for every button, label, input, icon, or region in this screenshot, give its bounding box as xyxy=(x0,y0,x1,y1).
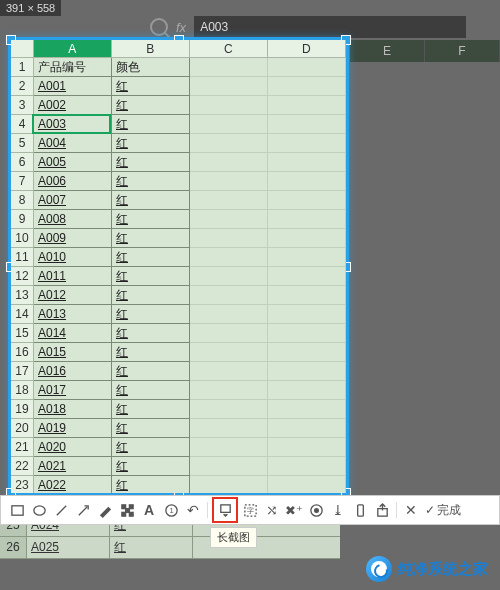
row-header[interactable]: 17 xyxy=(11,362,34,381)
row-header[interactable]: 16 xyxy=(11,343,34,362)
cell[interactable]: 红 xyxy=(112,96,190,115)
cell[interactable] xyxy=(268,77,346,96)
cell[interactable] xyxy=(190,362,268,381)
cell[interactable] xyxy=(190,229,268,248)
formula-input[interactable] xyxy=(194,16,466,38)
record-tool[interactable] xyxy=(306,500,326,520)
cell[interactable] xyxy=(268,362,346,381)
long-screenshot-tool[interactable] xyxy=(212,497,238,523)
cell[interactable]: A021 xyxy=(34,457,112,476)
cell[interactable]: A016 xyxy=(34,362,112,381)
row-header[interactable]: 2 xyxy=(11,77,34,96)
cell[interactable] xyxy=(190,286,268,305)
cell[interactable] xyxy=(190,343,268,362)
row-header[interactable]: 3 xyxy=(11,96,34,115)
cell[interactable]: 红 xyxy=(112,381,190,400)
cell[interactable] xyxy=(190,96,268,115)
cell[interactable]: A002 xyxy=(34,96,112,115)
cell[interactable]: 红 xyxy=(112,419,190,438)
row-header[interactable]: 26 xyxy=(0,537,27,558)
download-tool[interactable]: ⤓ xyxy=(328,500,348,520)
row-header[interactable]: 22 xyxy=(11,457,34,476)
ellipse-tool[interactable] xyxy=(29,500,49,520)
cell[interactable] xyxy=(268,96,346,115)
screenshot-selection-frame[interactable]: A B C D 1产品编号颜色2A001红3A002红4A003红5A004红6… xyxy=(8,37,349,496)
cell[interactable]: 红 xyxy=(112,248,190,267)
cell[interactable] xyxy=(268,305,346,324)
cell[interactable] xyxy=(268,267,346,286)
cell[interactable]: 红 xyxy=(112,172,190,191)
cell[interactable]: 红 xyxy=(112,305,190,324)
pin-tool[interactable]: ✖⁺ xyxy=(284,500,304,520)
row-header[interactable]: 5 xyxy=(11,134,34,153)
cell[interactable]: 红 xyxy=(112,400,190,419)
cell[interactable]: 红 xyxy=(112,324,190,343)
cell[interactable] xyxy=(268,172,346,191)
cell[interactable]: A008 xyxy=(34,210,112,229)
row-header[interactable]: 7 xyxy=(11,172,34,191)
cell[interactable]: A003 xyxy=(34,115,112,134)
cell[interactable] xyxy=(190,248,268,267)
cell[interactable]: 红 xyxy=(112,267,190,286)
shuffle-tool[interactable]: ⤭ xyxy=(262,500,282,520)
cell[interactable] xyxy=(268,457,346,476)
row-header[interactable]: 13 xyxy=(11,286,34,305)
cell[interactable]: A018 xyxy=(34,400,112,419)
cell[interactable]: 红 xyxy=(112,153,190,172)
cell[interactable] xyxy=(190,153,268,172)
line-tool[interactable] xyxy=(51,500,71,520)
cell[interactable] xyxy=(190,115,268,134)
cell[interactable] xyxy=(268,381,346,400)
cell[interactable]: A013 xyxy=(34,305,112,324)
cell[interactable]: A006 xyxy=(34,172,112,191)
share-tool[interactable] xyxy=(372,500,392,520)
row-header[interactable]: 8 xyxy=(11,191,34,210)
cell[interactable]: A005 xyxy=(34,153,112,172)
cell[interactable]: A019 xyxy=(34,419,112,438)
cell[interactable]: 红 xyxy=(112,229,190,248)
cell[interactable] xyxy=(268,153,346,172)
number-tool[interactable]: 1 xyxy=(161,500,181,520)
row-header[interactable]: 9 xyxy=(11,210,34,229)
cell[interactable] xyxy=(190,457,268,476)
cell[interactable] xyxy=(268,210,346,229)
cell[interactable] xyxy=(268,419,346,438)
cell[interactable] xyxy=(268,248,346,267)
col-header-d[interactable]: D xyxy=(268,40,346,58)
cell[interactable]: A025 xyxy=(27,537,110,558)
mosaic-tool[interactable] xyxy=(117,500,137,520)
row-header[interactable]: 18 xyxy=(11,381,34,400)
cell[interactable] xyxy=(268,400,346,419)
cell[interactable]: 红 xyxy=(112,286,190,305)
cell[interactable]: A014 xyxy=(34,324,112,343)
row-header[interactable]: 20 xyxy=(11,419,34,438)
cell[interactable]: 红 xyxy=(112,457,190,476)
cell[interactable]: 红 xyxy=(112,77,190,96)
row-header[interactable]: 11 xyxy=(11,248,34,267)
row-header[interactable]: 23 xyxy=(11,476,34,493)
cell[interactable] xyxy=(268,191,346,210)
phone-tool[interactable] xyxy=(350,500,370,520)
col-header-c[interactable]: C xyxy=(190,40,268,58)
cell[interactable]: A015 xyxy=(34,343,112,362)
cell[interactable]: A011 xyxy=(34,267,112,286)
col-header-a[interactable]: A xyxy=(34,40,112,58)
cell[interactable]: A012 xyxy=(34,286,112,305)
rect-tool[interactable] xyxy=(7,500,27,520)
close-tool[interactable]: ✕ xyxy=(401,500,421,520)
cell[interactable]: A004 xyxy=(34,134,112,153)
cell[interactable]: 红 xyxy=(112,115,190,134)
cell[interactable] xyxy=(190,305,268,324)
cell[interactable]: 颜色 xyxy=(112,58,190,77)
cell[interactable] xyxy=(190,381,268,400)
row-header[interactable]: 1 xyxy=(11,58,34,77)
cell[interactable]: A010 xyxy=(34,248,112,267)
cell[interactable] xyxy=(190,77,268,96)
brush-tool[interactable] xyxy=(95,500,115,520)
cell[interactable] xyxy=(268,58,346,77)
cell[interactable]: 红 xyxy=(110,537,193,558)
cell[interactable]: 红 xyxy=(112,210,190,229)
cell[interactable] xyxy=(190,134,268,153)
row-header[interactable]: 21 xyxy=(11,438,34,457)
cell[interactable] xyxy=(190,400,268,419)
